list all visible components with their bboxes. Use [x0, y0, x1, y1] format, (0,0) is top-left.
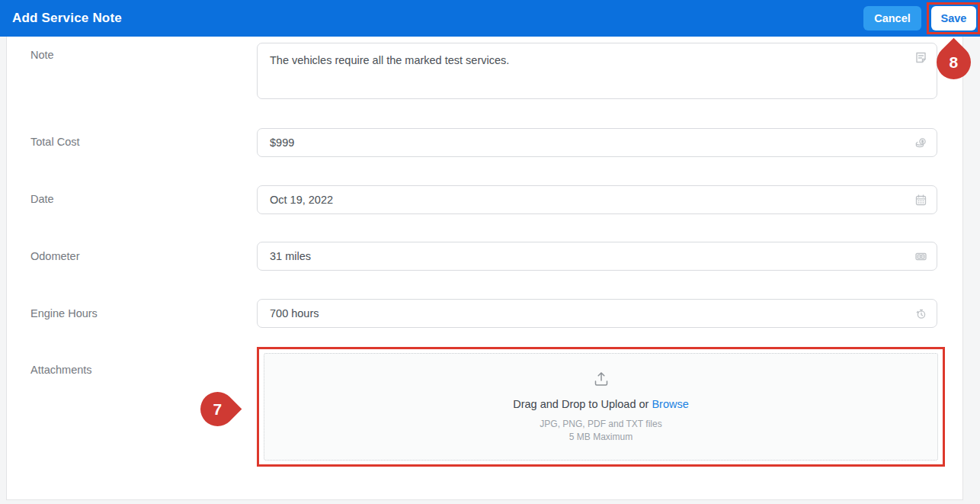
total-cost-label: Total Cost — [30, 136, 79, 148]
marker-7-number: 7 — [213, 400, 223, 419]
odometer-label: Odometer — [30, 250, 79, 262]
note-textarea[interactable]: The vehicles require all the marked test… — [258, 43, 937, 98]
attachments-dropzone[interactable]: Drag and Drop to Upload or Browse JPG, P… — [264, 353, 938, 461]
odometer-input[interactable] — [258, 242, 937, 270]
attachments-annotation-rect: Drag and Drop to Upload or Browse JPG, P… — [257, 347, 945, 467]
dropzone-size-limit: 5 MB Maximum — [569, 431, 633, 443]
engine-hours-label: Engine Hours — [30, 307, 98, 319]
odometer-field-box — [257, 242, 937, 271]
cancel-button[interactable]: Cancel — [863, 6, 921, 30]
total-cost-input[interactable] — [258, 129, 937, 156]
date-label: Date — [30, 193, 54, 205]
upload-icon — [593, 371, 610, 390]
date-field-box — [257, 185, 937, 214]
dropzone-filetypes: JPG, PNG, PDF and TXT files — [540, 418, 661, 430]
save-button[interactable]: Save — [931, 6, 976, 30]
marker-8-number: 8 — [950, 53, 959, 72]
browse-link[interactable]: Browse — [652, 398, 688, 410]
engine-hours-input[interactable] — [258, 300, 937, 327]
dropzone-instruction: Drag and Drop to Upload or Browse — [513, 398, 689, 410]
total-cost-field-box — [257, 128, 937, 157]
attachments-label: Attachments — [30, 364, 92, 376]
add-service-note-screen: Add Service Note Cancel Save Note The ve… — [0, 0, 980, 504]
header-bar: Add Service Note Cancel Save — [0, 0, 980, 37]
page-title: Add Service Note — [12, 0, 122, 37]
date-input[interactable] — [258, 186, 937, 213]
note-field-box: The vehicles require all the marked test… — [257, 43, 937, 99]
note-label: Note — [30, 49, 54, 61]
engine-hours-field-box — [257, 299, 937, 328]
drag-drop-text: Drag and Drop to Upload or — [513, 398, 652, 410]
